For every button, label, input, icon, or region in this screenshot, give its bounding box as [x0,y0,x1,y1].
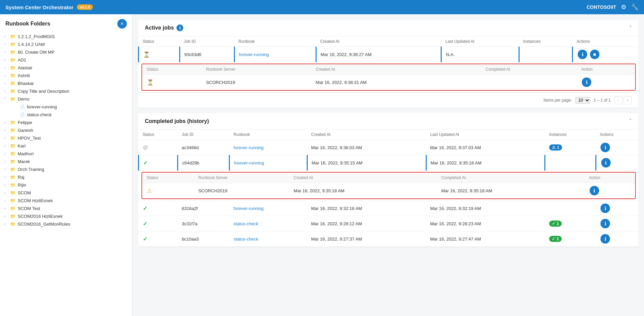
sidebar-item-hpov[interactable]: ›📁HPOV_Test [0,134,132,142]
items-per-page-select[interactable]: 10 25 50 [575,97,590,104]
app-title: System Center Orchestrator [5,4,73,10]
sidebar-item-scomtest[interactable]: ›📁SCOM Test [0,205,132,212]
runbook-link[interactable]: forever-running [234,145,264,150]
prev-page-button[interactable]: ‹ [614,96,622,104]
expanded-data-row: ⚠ SCORCH2019 Mar 16, 2022, 9:35:18 AM Ma… [142,183,635,198]
sidebar-item-bhaskar[interactable]: ›📁Bhaskar [0,80,132,87]
chevron-right-icon: › [4,199,8,203]
items-per-page-label: Items per page: [544,98,572,103]
folder-icon: 📁 [10,175,16,180]
chevron-right-icon: › [4,58,8,62]
sidebar-item-scom[interactable]: ›📁SCOM [0,189,132,197]
sidebar-item-felippe[interactable]: ›📁Felippe [0,119,132,126]
close-sidebar-button[interactable]: × [117,19,127,29]
exp-info-button[interactable]: ℹ [590,186,599,195]
runbook-cell: status-check [230,216,307,231]
sidebar-item-label: AD1 [18,57,26,63]
folder-icon: 📁 [10,96,16,102]
sidebar-item-forever-running[interactable]: 📄forever-running [0,103,132,111]
sidebar-item-demo[interactable]: ˅📁Demo [0,95,132,103]
created-at-cell: Mar 16, 2022, 9:38:27 AM [316,47,441,62]
sidebar-item-alastair[interactable]: ›📁Alastair [0,64,132,72]
exp-col-status: Status [142,64,201,75]
runbook-link[interactable]: status-check [234,221,258,226]
chevron-right-icon: › [4,168,8,171]
completed-jobs-title: Completed jobs (history) [145,118,209,124]
settings-icon[interactable]: ⚙ [621,3,626,11]
sidebar-item-copytitle[interactable]: ›📁Copy Title and Description [0,87,132,95]
col-actions: Actions [573,36,639,47]
active-jobs-title: Active jobs 1 [145,24,183,31]
header-right: CONTOSO\IT ⚙ 🔧 [587,3,639,11]
info-button[interactable]: ℹ [600,219,610,228]
last-updated-cell: Mar 16, 2022, 9:27:47 AM [426,231,545,247]
runbook-link[interactable]: forever-running [234,206,264,211]
sidebar-item-ganesh[interactable]: ›📁Ganesh [0,126,132,134]
exp-col-created: Created At [311,64,481,75]
sidebar-item-ad1[interactable]: ›📁AD1 [0,56,132,64]
stop-button[interactable]: ■ [590,50,599,59]
expanded-content: Status Runbook Server Created At Complet… [141,64,636,91]
active-jobs-pagination: Items per page: 10 25 50 1 – 1 of 1 ‹ › [138,92,639,108]
runbook-link[interactable]: status-check [234,236,258,242]
sidebar-item-scom2016get[interactable]: ›📁SCOM2016_GetMonRules [0,220,132,228]
sidebar-item-status-check[interactable]: 📄status-check [0,111,132,119]
info-button[interactable]: ℹ [578,50,587,59]
actions-cell: ℹ [596,155,639,171]
actions-cell: ℹ [596,216,639,231]
runbook-link[interactable]: forever-running [239,52,269,57]
last-updated-cell: Mar 16, 2022, 9:35:18 AM [426,155,545,171]
sidebar-item-label: 1.4.14.2 UAM [18,42,45,47]
sidebar-item-scom2016hizli[interactable]: ›📁SCOM2016 HizliEsnek [0,212,132,220]
exp-info-button[interactable]: ℹ [582,77,591,87]
sidebar-item-karl[interactable]: ›📁Karl [0,142,132,150]
expanded-data-row: ⏳ SCORCH2019 Mar 16, 2022, 9:38:31 AM ℹ [142,75,635,90]
sidebar: Runbook Folders × ›📁1.2.1.2_ProdMG01›📁1.… [0,14,133,316]
sidebar-item-rijin[interactable]: ›📁Rijin [0,181,132,189]
next-page-button[interactable]: › [624,96,632,104]
sidebar-item-marek[interactable]: ›📁Marek [0,158,132,165]
sidebar-item-orchtraining[interactable]: ›📁Orch Training [0,165,132,173]
instances-cell [545,155,596,171]
sidebar-item-1212[interactable]: ›📁1.2.1.2_ProdMG01 [0,33,132,40]
sidebar-item-ashriti[interactable]: ›📁Ashriti [0,72,132,80]
exp-status-cell: ⚠ [142,183,194,198]
sidebar-item-scomhizli[interactable]: ›📁SCOM HizliEsnek [0,197,132,205]
status-cell: ✓ [139,155,178,171]
sidebar-item-60create[interactable]: ›📁60. Create OM MP [0,48,132,56]
col-last-updated: Last Updated At [426,129,545,140]
sidebar-list: ›📁1.2.1.2_ProdMG01›📁1.4.14.2 UAM›📁60. Cr… [0,31,132,316]
info-button[interactable]: ℹ [601,158,611,168]
chevron-right-icon: › [4,183,8,187]
status-cell: ✓ [139,201,178,216]
info-button[interactable]: ℹ [600,143,610,152]
col-instances: Instances [519,36,572,47]
sidebar-item-raj[interactable]: ›📁Raj [0,173,132,181]
folder-icon: 📁 [10,73,16,78]
sidebar-item-madhuri[interactable]: ›📁Madhuri [0,150,132,158]
last-updated-cell: N.A. [441,47,519,62]
col-instances: Instances [545,129,596,140]
folder-icon: 📁 [10,65,16,70]
sidebar-item-label: SCOM2016 HizliEsnek [18,214,63,219]
col-created-at: Created At [307,129,426,140]
job-id-cell: ac3466d [177,140,229,155]
table-row: ✓ bc10aa3 status-check Mar 16, 2022, 9:2… [139,231,639,247]
runbook-cell: forever-running [230,201,307,216]
active-jobs-collapse-button[interactable]: ˄ [629,25,632,31]
runbook-link[interactable]: forever-running [234,160,264,165]
sidebar-item-1414[interactable]: ›📁1.4.14.2 UAM [0,40,132,48]
chevron-right-icon: › [4,82,8,85]
sidebar-item-label: forever-running [27,104,57,109]
expanded-row: Status Runbook Server Created At Complet… [139,62,639,92]
hourglass-icon: ⏳ [147,80,154,85]
col-runbook: Runbook [234,36,316,47]
info-button[interactable]: ℹ [600,234,610,244]
folder-icon: 📁 [10,50,16,55]
info-button[interactable]: ℹ [600,204,610,213]
completed-jobs-collapse-button[interactable]: ˄ [629,118,632,124]
instances-cell [519,47,572,62]
created-at-cell: Mar 16, 2022, 9:35:15 AM [307,155,426,171]
instances-cell [545,201,596,216]
wrench-icon[interactable]: 🔧 [631,3,639,11]
